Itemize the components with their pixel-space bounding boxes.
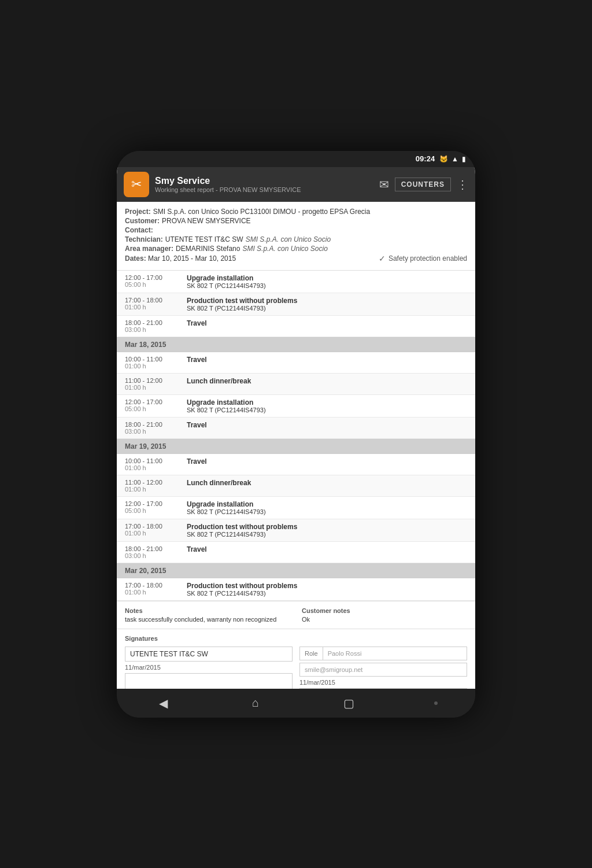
customer-notes-col: Customer notes Ok (302, 607, 467, 623)
entry-details: Upgrade installation SK 802 T (PC12144IS… (187, 398, 467, 413)
area-manager-label: Area manager: (125, 245, 173, 253)
contact-label: Contact: (125, 226, 153, 234)
duration: 05:00 h (125, 281, 180, 288)
status-time: 09:24 (416, 154, 435, 163)
sig-email: smile@smigroup.net (299, 663, 467, 677)
counters-button[interactable]: COUNTERS (395, 178, 451, 191)
check-icon: ✓ (379, 254, 386, 263)
app-header: ✂ Smy Service Working sheet report - PRO… (117, 167, 475, 202)
customer-notes-value: Ok (302, 616, 467, 623)
date-group-partial: 12:00 - 17:00 05:00 h Upgrade installati… (117, 271, 475, 337)
entry-time-block: 12:00 - 17:00 05:00 h (125, 398, 180, 412)
machine: SK 802 T (PC12144IS4793) (187, 305, 467, 312)
home-button[interactable]: ⌂ (247, 692, 264, 714)
entry-time-block: 17:00 - 18:00 01:00 h (125, 523, 180, 537)
technician-row: Technician: UTENTE TEST IT&C SW SMI S.p.… (125, 235, 467, 243)
date-header-mar18: Mar 18, 2015 (117, 337, 475, 352)
duration: 05:00 h (125, 507, 180, 514)
time-range: 10:00 - 11:00 (125, 356, 180, 363)
entry-details: Upgrade installation SK 802 T (PC12144IS… (187, 274, 467, 289)
entry-time-block: 11:00 - 12:00 01:00 h (125, 479, 180, 493)
technician-name: UTENTE TEST IT&C SW (165, 235, 243, 243)
time-range: 17:00 - 18:00 (125, 297, 180, 304)
area-manager-company: SMI S.p.A. con Unico Socio (242, 245, 327, 253)
more-menu-icon[interactable]: ⋮ (457, 178, 468, 191)
customer-row: Customer: PROVA NEW SMYSERVICE (125, 217, 467, 225)
table-row: 10:00 - 11:00 01:00 h Travel (117, 454, 475, 475)
duration: 01:00 h (125, 589, 180, 596)
signature-left: UTENTE TEST IT&C SW 11/mar/2015 (125, 647, 293, 689)
activity: Travel (187, 457, 467, 466)
activity: Upgrade installation (187, 274, 467, 282)
time-range: 12:00 - 17:00 (125, 398, 180, 405)
status-bar: 09:24 🐱 ▲ ▮ (117, 151, 475, 167)
entry-time-block: 18:00 - 21:00 03:00 h (125, 545, 180, 559)
entry-details: Travel (187, 457, 467, 466)
entry-time-block: 12:00 - 17:00 05:00 h (125, 500, 180, 514)
sig-left-name: UTENTE TEST IT&C SW (125, 647, 293, 662)
signature-right: Role Paolo Rossi smile@smigroup.net 11/m… (299, 647, 467, 689)
mail-icon[interactable]: ✉ (379, 178, 389, 191)
sig-left-image (125, 673, 293, 689)
entry-details: Upgrade installation SK 802 T (PC12144IS… (187, 500, 467, 515)
time-range: 18:00 - 21:00 (125, 319, 180, 326)
activity: Production test without problems (187, 582, 467, 590)
status-icons: 🐱 ▲ ▮ (439, 155, 466, 163)
cat-icon: 🐱 (439, 155, 448, 163)
duration: 05:00 h (125, 405, 180, 412)
time-range: 17:00 - 18:00 (125, 582, 180, 589)
sig-right-date: 11/mar/2015 (299, 679, 467, 686)
machine: SK 802 T (PC12144IS4793) (187, 590, 467, 597)
activity: Lunch dinner/break (187, 479, 467, 487)
date-group-mar19: 10:00 - 11:00 01:00 h Travel 11:00 - 12:… (117, 454, 475, 563)
duration: 01:00 h (125, 304, 180, 311)
table-row: 12:00 - 17:00 05:00 h Upgrade installati… (117, 395, 475, 418)
entry-time-block: 11:00 - 12:00 01:00 h (125, 377, 180, 391)
signatures-section: Signatures UTENTE TEST IT&C SW 11/mar/20… (117, 629, 475, 689)
entry-details: Travel (187, 319, 467, 327)
content-area[interactable]: Project: SMI S.p.A. con Unico Socio PC13… (117, 202, 475, 689)
entry-time-block: 18:00 - 21:00 03:00 h (125, 421, 180, 435)
duration: 01:00 h (125, 384, 180, 391)
signatures-row: UTENTE TEST IT&C SW 11/mar/2015 Role (125, 647, 467, 689)
machine: SK 802 T (PC12144IS4793) (187, 508, 467, 515)
dates-label: Dates: (125, 254, 146, 263)
entry-details: Lunch dinner/break (187, 479, 467, 487)
project-label: Project: (125, 208, 151, 216)
screen: ✂ Smy Service Working sheet report - PRO… (117, 167, 475, 689)
app-logo: ✂ (124, 172, 149, 197)
sig-role-row: Role Paolo Rossi (299, 647, 467, 660)
table-row: 17:00 - 18:00 01:00 h Production test wi… (117, 519, 475, 542)
customer-value: PROVA NEW SMYSERVICE (162, 217, 251, 225)
contact-row: Contact: (125, 226, 467, 234)
back-button[interactable]: ◀ (154, 692, 172, 715)
entry-time-block: 10:00 - 11:00 01:00 h (125, 356, 180, 370)
project-row: Project: SMI S.p.A. con Unico Socio PC13… (125, 208, 467, 216)
activity: Production test without problems (187, 523, 467, 531)
project-value: SMI S.p.A. con Unico Socio PC13100I DIMO… (153, 208, 371, 216)
time-range: 17:00 - 18:00 (125, 523, 180, 530)
entry-details: Production test without problems SK 802 … (187, 582, 467, 597)
table-row: 12:00 - 17:00 05:00 h Upgrade installati… (117, 271, 475, 293)
entry-time-block: 12:00 - 17:00 05:00 h (125, 274, 180, 288)
recents-button[interactable]: ▢ (339, 692, 359, 715)
sig-role-label: Role (299, 647, 323, 660)
notes-value: task successfully concluded, warranty no… (125, 616, 290, 623)
duration: 03:00 h (125, 428, 180, 435)
duration: 01:00 h (125, 486, 180, 493)
table-row: 17:00 - 18:00 01:00 h Production test wi… (117, 578, 475, 601)
notes-section: Notes task successfully concluded, warra… (117, 601, 475, 629)
dates-block: Dates: Mar 10, 2015 - Mar 10, 2015 (125, 254, 236, 263)
header-actions: ✉ COUNTERS ⋮ (379, 178, 468, 191)
time-range: 18:00 - 21:00 (125, 545, 180, 552)
notes-col: Notes task successfully concluded, warra… (125, 607, 290, 623)
customer-notes-label: Customer notes (302, 607, 467, 614)
technician-company: SMI S.p.A. con Unico Socio (246, 235, 331, 243)
activity: Production test without problems (187, 297, 467, 305)
activity: Upgrade installation (187, 398, 467, 407)
entry-details: Travel (187, 356, 467, 364)
activity: Lunch dinner/break (187, 377, 467, 385)
app-subtitle: Working sheet report - PROVA NEW SMYSERV… (155, 186, 373, 193)
table-row: 17:00 - 18:00 01:00 h Production test wi… (117, 293, 475, 316)
entry-details: Lunch dinner/break (187, 377, 467, 385)
